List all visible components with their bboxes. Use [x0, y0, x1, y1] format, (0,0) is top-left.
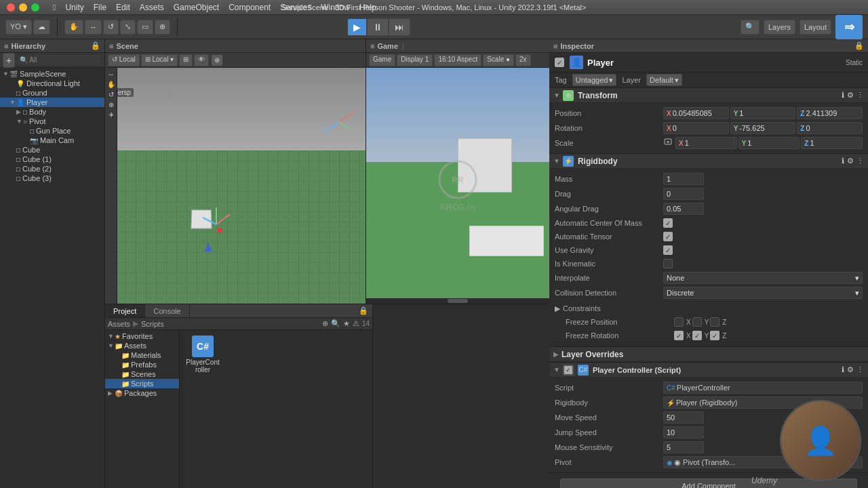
grid-btn[interactable]: ⊞ — [179, 54, 193, 66]
hand-tool[interactable]: ✋ — [64, 20, 83, 35]
proj-icon-4[interactable]: ⚠ — [353, 319, 359, 328]
freeze-rot-z-check[interactable]: ✓ — [710, 331, 719, 340]
scale-btn[interactable]: Scale ● — [483, 54, 514, 66]
zoom-tool[interactable]: ⊕ — [108, 101, 114, 108]
tree-item-samplescene[interactable]: ▼ 🎬 SampleScene — [0, 69, 104, 79]
game-canvas[interactable]: RR RRCG.cn — [366, 68, 549, 304]
game-menu-icon[interactable]: ≡ — [370, 42, 374, 50]
rb-more-icon[interactable]: ⋮ — [856, 157, 864, 165]
tab-console[interactable]: Console — [145, 304, 189, 317]
pc-active-check[interactable]: ✓ — [563, 365, 574, 375]
step-button[interactable]: ⏭ — [389, 18, 410, 36]
file-playercontroller[interactable]: C# PlayerController — [182, 333, 223, 485]
tree-item-dirlight[interactable]: 💡 Directional Light — [0, 79, 104, 88]
hierarchy-content[interactable]: ▼ 🎬 SampleScene 💡 Directional Light □ Gr… — [0, 68, 104, 488]
gizmos-btn[interactable]: 👁 — [194, 54, 209, 66]
layout-button[interactable]: Layout — [800, 20, 831, 35]
game-dropdown[interactable]: Game — [369, 54, 395, 66]
rigidbody-header[interactable]: ▼ ⚡ Rigidbody ℹ ⚙ ⋮ — [549, 154, 868, 169]
scale-z-field[interactable]: Z 1 — [801, 137, 863, 149]
view-tool[interactable]: ↔ — [108, 70, 115, 78]
packages-item[interactable]: ▶ 📦 Packages — [105, 388, 179, 398]
cloud-button[interactable]: ☁ — [33, 20, 50, 35]
pan-tool[interactable]: ✋ — [107, 81, 115, 88]
use-gravity-check[interactable]: ✓ — [663, 245, 673, 255]
orbit-tool[interactable]: ↺ — [108, 91, 114, 98]
tree-item-gunplace[interactable]: □ Gun Place — [0, 126, 104, 136]
inspector-lock[interactable]: 🔒 — [854, 41, 864, 50]
scripts-item[interactable]: 📁 Scripts — [105, 379, 179, 388]
tab-project[interactable]: Project — [105, 304, 145, 317]
obj-active-check[interactable]: ✓ — [555, 56, 567, 68]
angular-drag-input[interactable]: 0.05 — [663, 203, 704, 215]
pivot-global-btn[interactable]: ↺ Local — [108, 54, 140, 66]
edit-menu[interactable]: Edit — [116, 3, 130, 12]
constraints-arrow[interactable]: ▶ — [555, 304, 560, 313]
add-hierarchy-btn[interactable]: + — [3, 53, 15, 68]
aspect-btn[interactable]: 16:10 Aspect — [434, 54, 481, 66]
scrollbar-thumb[interactable] — [448, 299, 468, 303]
inspector-menu-icon[interactable]: ≡ — [553, 42, 557, 50]
tree-item-maincam[interactable]: 📷 Main Cam — [0, 136, 104, 145]
scale-y-field[interactable]: Y 1 — [738, 137, 800, 149]
materials-item[interactable]: 📁 Materials — [105, 350, 179, 360]
rb-info-icon[interactable]: ℹ — [842, 157, 844, 165]
scale-tool[interactable]: ⤡ — [120, 20, 136, 35]
hierarchy-lock[interactable]: 🔒 — [91, 41, 100, 50]
hierarchy-menu-icon[interactable]: ≡ — [4, 42, 8, 50]
transform-info-icon[interactable]: ℹ — [842, 91, 844, 100]
proj-icon-1[interactable]: ⊕ — [322, 319, 328, 328]
pos-z-field[interactable]: Z 2.411309 — [797, 107, 863, 119]
account-button[interactable]: YO ▾ — [5, 20, 32, 35]
close-button[interactable] — [7, 3, 15, 12]
scene-menu-icon[interactable]: ≡ — [109, 42, 113, 50]
favorites-item[interactable]: ▼ ★ Favorites — [105, 331, 179, 341]
tree-item-cube2[interactable]: □ Cube (2) — [0, 164, 104, 174]
gameobject-menu[interactable]: GameObject — [174, 3, 219, 12]
game-scrollbar[interactable] — [366, 298, 549, 304]
freeze-rot-y-check[interactable]: ✓ — [692, 331, 702, 340]
pc-header[interactable]: ▼ ✓ C# Player Controller (Script) ℹ ⚙ ⋮ — [549, 363, 868, 378]
minimize-button[interactable] — [19, 3, 27, 12]
transform-settings-icon[interactable]: ⚙ — [847, 91, 854, 100]
component-menu[interactable]: Component — [229, 3, 271, 12]
proj-lock-icon[interactable]: 🔒 — [359, 306, 368, 315]
tree-item-player[interactable]: ▼ 👤 Player — [0, 98, 104, 107]
transform-more-icon[interactable]: ⋮ — [856, 91, 864, 100]
pos-y-field[interactable]: Y 1 — [730, 107, 796, 119]
freeze-pos-z[interactable] — [710, 317, 719, 327]
local-btn[interactable]: ⊞ Local ▾ — [141, 54, 178, 66]
transform-tool[interactable]: ⊕ — [155, 20, 170, 35]
object-name[interactable]: Player — [587, 58, 614, 68]
auto-center-check[interactable]: ✓ — [663, 218, 673, 228]
tree-item-pivot[interactable]: ▼ ○ Pivot — [0, 117, 104, 126]
rb-settings-icon[interactable]: ⚙ — [847, 157, 854, 165]
assets-tree-item[interactable]: ▼ 📁 Assets — [105, 341, 179, 350]
display-btn[interactable]: Display 1 — [397, 54, 433, 66]
prefabs-item[interactable]: 📁 Prefabs — [105, 360, 179, 369]
move-tool[interactable]: ↔ — [85, 20, 102, 35]
rect-tool[interactable]: ▭ — [137, 20, 153, 35]
rot-z-field[interactable]: Z 0 — [797, 122, 863, 134]
scene-canvas[interactable]: X Y Z Persp ↔ — [105, 68, 366, 304]
scale-x-field[interactable]: X 1 — [675, 137, 737, 149]
play-button[interactable]: ▶ — [347, 18, 367, 36]
tree-item-body[interactable]: ▶ □ Body — [0, 107, 104, 117]
breadcrumb-scripts[interactable]: Scripts — [141, 320, 164, 328]
apple-menu[interactable]:  — [53, 3, 56, 12]
interpolate-dropdown[interactable]: None ▾ — [663, 272, 863, 284]
scene-tool-1[interactable]: ⊕ — [212, 55, 222, 66]
is-kinematic-check[interactable] — [663, 259, 673, 268]
layer-dropdown[interactable]: Default ▾ — [646, 74, 682, 86]
project-tree[interactable]: ▼ ★ Favorites ▼ 📁 Assets 📁 Materi — [105, 330, 180, 488]
pc-settings-icon[interactable]: ⚙ — [847, 365, 854, 374]
auto-tensor-check[interactable]: ✓ — [663, 232, 673, 241]
jump-speed-input[interactable]: 10 — [663, 426, 704, 439]
pause-button[interactable]: ⏸ — [367, 18, 389, 36]
mass-input[interactable]: 1 — [663, 173, 704, 185]
rotate-tool[interactable]: ↺ — [103, 20, 119, 35]
rot-x-field[interactable]: X 0 — [663, 122, 729, 134]
scenes-item[interactable]: 📁 Scenes — [105, 369, 179, 379]
tree-item-cube[interactable]: □ Cube — [0, 145, 104, 155]
layers-button[interactable]: Layers — [764, 20, 795, 35]
